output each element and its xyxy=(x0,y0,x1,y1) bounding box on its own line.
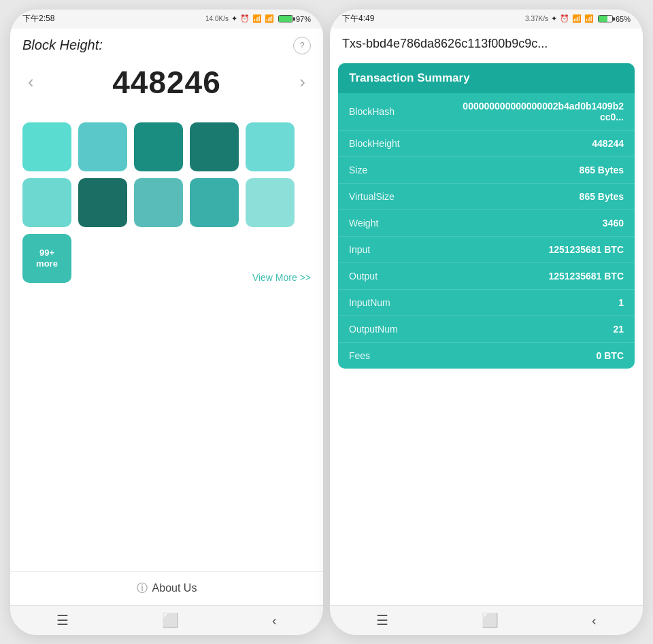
info-icon: ⓘ xyxy=(137,581,148,596)
block-cell-1-1[interactable] xyxy=(22,122,71,171)
tx-value-fees: 0 BTC xyxy=(597,350,624,361)
tx-value-blockheight: 448244 xyxy=(592,138,624,149)
tx-value-size: 865 Bytes xyxy=(580,165,624,175)
tx-row-outputnum: OutputNum 21 xyxy=(338,316,635,343)
view-more-label: View More >> xyxy=(252,272,311,283)
block-nav: ‹ 448246 › xyxy=(10,60,323,110)
tx-label-fees: Fees xyxy=(349,350,370,361)
tx-value-weight: 3460 xyxy=(603,218,624,228)
tx-label-virtualsize: VirtualSize xyxy=(349,191,395,202)
tx-label-weight: Weight xyxy=(349,218,378,228)
tx-row-input: Input 1251235681 BTC xyxy=(338,237,635,263)
battery-fill-2 xyxy=(599,16,607,22)
about-us-row[interactable]: ⓘ About Us xyxy=(10,571,323,605)
tx-row-inputnum: InputNum 1 xyxy=(338,290,635,316)
block-cell-2-2[interactable] xyxy=(78,178,127,227)
battery-2 xyxy=(598,15,613,22)
block-title: Block Height: xyxy=(22,37,103,53)
wifi-icon: 📶 xyxy=(252,14,262,23)
about-us-label: About Us xyxy=(152,582,197,594)
more-blocks-button[interactable]: 99+more xyxy=(22,234,71,283)
status-time-2: 下午4:49 xyxy=(342,13,374,24)
help-icon: ? xyxy=(299,40,304,50)
block-cell-1-4[interactable] xyxy=(190,122,239,171)
nav-bar-1: ☰ ⬜ ‹ xyxy=(10,605,323,635)
nav-bar-2: ☰ ⬜ ‹ xyxy=(330,605,643,635)
block-cell-1-2[interactable] xyxy=(78,122,127,171)
tx-value-outputnum: 21 xyxy=(613,324,624,335)
back-icon-2[interactable]: ‹ xyxy=(581,609,607,632)
battery-percent-2: 65% xyxy=(616,15,631,23)
menu-icon-1[interactable]: ☰ xyxy=(46,608,80,632)
more-blocks-label: 99+more xyxy=(36,248,58,269)
tx-label-outputnum: OutputNum xyxy=(349,324,398,335)
tx-row-virtualsize: VirtualSize 865 Bytes xyxy=(338,184,635,210)
tx-row-blockhash: BlockHash 000000000000000002b4ad0b1409b2… xyxy=(338,93,635,131)
tx-row-output: Output 1251235681 BTC xyxy=(338,263,635,290)
tx-value-virtualsize: 865 Bytes xyxy=(580,191,624,202)
blocks-row-2 xyxy=(22,178,311,227)
block-cell-2-3[interactable] xyxy=(134,178,183,227)
bluetooth-icon-2: ✦ xyxy=(551,14,557,23)
status-bar-2: 下午4:49 3.37K/s ✦ ⏰ 📶 📶 65% xyxy=(330,10,643,29)
status-time-1: 下午2:58 xyxy=(22,13,54,24)
tx-label-input: Input xyxy=(349,244,370,255)
status-right-1: 14.0K/s ✦ ⏰ 📶 📶 97% xyxy=(205,14,311,23)
status-right-2: 3.37K/s ✦ ⏰ 📶 📶 65% xyxy=(525,14,631,23)
view-more-link[interactable]: View More >> xyxy=(78,234,311,283)
spacer-2 xyxy=(330,369,643,605)
blocks-row-1 xyxy=(22,122,311,171)
back-icon-1[interactable]: ‹ xyxy=(261,609,288,632)
tx-value-blockhash: 000000000000000002b4ad0b1409b2cc0... xyxy=(459,101,624,122)
next-block-button[interactable]: › xyxy=(294,69,311,95)
tx-summary-title: Transaction Summary xyxy=(338,63,635,93)
prev-block-button[interactable]: ‹ xyxy=(22,69,39,95)
tx-value-output: 1251235681 BTC xyxy=(548,271,624,282)
tx-row-fees: Fees 0 BTC xyxy=(338,343,635,369)
wifi-icon-2: 📶 xyxy=(572,14,582,23)
tx-row-weight: Weight 3460 xyxy=(338,210,635,237)
tx-row-size: Size 865 Bytes xyxy=(338,157,635,184)
menu-icon-2[interactable]: ☰ xyxy=(365,608,399,632)
tx-label-blockhash: BlockHash xyxy=(349,106,395,117)
tx-value-inputnum: 1 xyxy=(618,297,624,308)
home-icon-1[interactable]: ⬜ xyxy=(151,608,190,632)
tx-id-title: Txs-bbd4e786da8626c113f00b9c9c... xyxy=(342,35,631,52)
tx-label-size: Size xyxy=(349,165,367,175)
block-cell-1-5[interactable] xyxy=(246,122,295,171)
alarm-icon-2: ⏰ xyxy=(560,14,569,23)
tx-label-inputnum: InputNum xyxy=(349,297,390,308)
help-button[interactable]: ? xyxy=(293,37,311,54)
tx-label-blockheight: BlockHeight xyxy=(349,138,400,149)
phones-container: 下午2:58 14.0K/s ✦ ⏰ 📶 📶 97% Block Height:… xyxy=(0,0,653,644)
alarm-icon: ⏰ xyxy=(240,14,250,23)
block-cell-2-5[interactable] xyxy=(246,178,295,227)
blocks-grid: 99+more View More >> xyxy=(10,113,323,299)
phone-1: 下午2:58 14.0K/s ✦ ⏰ 📶 📶 97% Block Height:… xyxy=(10,10,323,635)
block-cell-2-1[interactable] xyxy=(22,178,71,227)
block-cell-2-4[interactable] xyxy=(190,178,239,227)
bluetooth-icon: ✦ xyxy=(231,14,237,23)
spacer-1 xyxy=(10,299,323,571)
phone-2: 下午4:49 3.37K/s ✦ ⏰ 📶 📶 65% Txs-bbd4e786d… xyxy=(330,10,643,635)
block-cell-1-3[interactable] xyxy=(134,122,183,171)
tx-header: Txs-bbd4e786da8626c113f00b9c9c... xyxy=(330,29,643,58)
tx-summary-card: Transaction Summary BlockHash 0000000000… xyxy=(338,63,635,369)
battery-1 xyxy=(278,15,293,22)
block-number: 448246 xyxy=(112,64,221,101)
home-icon-2[interactable]: ⬜ xyxy=(471,608,509,632)
tx-label-output: Output xyxy=(349,271,378,282)
signal-icon-2: 📶 xyxy=(584,14,594,23)
blocks-row-3: 99+more View More >> xyxy=(22,234,311,283)
battery-percent-1: 97% xyxy=(296,15,311,23)
tx-row-blockheight: BlockHeight 448244 xyxy=(338,131,635,157)
block-header: Block Height: ? xyxy=(10,29,323,60)
status-bar-1: 下午2:58 14.0K/s ✦ ⏰ 📶 📶 97% xyxy=(10,10,323,29)
signal-icon: 📶 xyxy=(265,14,274,23)
status-speed-1: 14.0K/s xyxy=(205,15,229,22)
status-speed-2: 3.37K/s xyxy=(525,15,548,22)
battery-fill-1 xyxy=(279,16,292,22)
tx-value-input: 1251235681 BTC xyxy=(548,244,624,255)
